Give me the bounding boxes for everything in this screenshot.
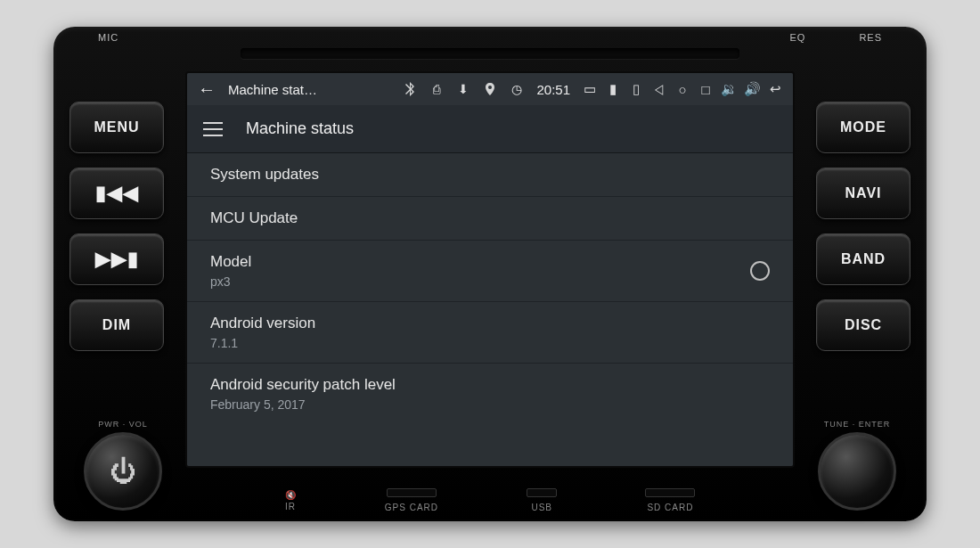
- navi-button[interactable]: NAVI: [816, 168, 911, 219]
- volume-down-icon[interactable]: 🔉: [722, 81, 736, 97]
- band-button[interactable]: BAND: [816, 233, 911, 285]
- right-button-column: MODE NAVI BAND DISC: [816, 102, 911, 351]
- setting-label: MCU Update: [210, 209, 298, 227]
- prev-track-button[interactable]: ▮◀◀: [69, 168, 164, 219]
- sd-card-slot[interactable]: SD CARD: [645, 488, 695, 512]
- setting-value: 7.1.1: [210, 336, 315, 350]
- tune-enter-label: TUNE · ENTER: [824, 420, 891, 429]
- location-icon: [483, 83, 497, 95]
- res-label: RES: [859, 32, 882, 43]
- bluetooth-icon: [403, 82, 417, 96]
- setting-system-updates[interactable]: System updates: [187, 153, 793, 197]
- power-volume-area: PWR · VOL ⏻: [61, 404, 185, 511]
- android-screen: ← Machine stat… ⎙ ⬇ ◷ 20:51 ▭ ▮ ▯ ◁ ○ □ …: [185, 71, 795, 468]
- setting-label: System updates: [210, 166, 319, 184]
- next-icon: ▶▶▮: [95, 248, 139, 271]
- setting-android-version[interactable]: Android version 7.1.1: [187, 302, 793, 364]
- setting-model[interactable]: Model px3: [187, 241, 793, 302]
- setting-value: February 5, 2017: [210, 397, 396, 412]
- app-header: Machine status: [187, 105, 793, 153]
- setting-mcu-update[interactable]: MCU Update: [187, 197, 793, 241]
- nav-back-icon[interactable]: ◁: [654, 81, 666, 97]
- battery-icon: ▯: [629, 81, 643, 97]
- nav-recents-icon[interactable]: □: [698, 82, 713, 97]
- setting-label: Model: [210, 253, 251, 271]
- status-bar-time: 20:51: [536, 82, 570, 97]
- top-labels: MIC EQ RES: [98, 32, 882, 43]
- mode-button[interactable]: MODE: [816, 102, 911, 153]
- screenshot-icon[interactable]: ▭: [583, 81, 597, 97]
- power-volume-knob[interactable]: ⏻: [84, 432, 162, 511]
- android-status-bar: ← Machine stat… ⎙ ⬇ ◷ 20:51 ▭ ▮ ▯ ◁ ○ □ …: [187, 73, 793, 105]
- left-button-column: MENU ▮◀◀ ▶▶▮ DIM: [69, 102, 164, 351]
- radio-indicator[interactable]: [750, 261, 770, 281]
- settings-list[interactable]: System updates MCU Update Model px3 Andr…: [187, 153, 793, 466]
- tune-enter-knob[interactable]: [818, 432, 896, 511]
- download-icon: ⬇: [456, 82, 470, 96]
- menu-button[interactable]: MENU: [69, 102, 164, 153]
- gps-card-slot[interactable]: GPS CARD: [385, 488, 438, 512]
- status-bar-title: Machine stat…: [228, 82, 317, 97]
- nav-home-icon[interactable]: ○: [675, 82, 690, 97]
- next-track-button[interactable]: ▶▶▮: [69, 233, 164, 285]
- mute-icon: 🔇: [285, 490, 297, 500]
- usb-port[interactable]: USB: [527, 488, 557, 512]
- clock-icon: ◷: [510, 82, 524, 96]
- bottom-ports: 🔇 IR GPS CARD USB SD CARD: [241, 488, 739, 512]
- prev-icon: ▮◀◀: [95, 182, 139, 205]
- eq-label: EQ: [789, 32, 805, 43]
- disc-button[interactable]: DISC: [816, 299, 911, 351]
- usb-indicator-icon: ⎙: [429, 82, 444, 96]
- dvd-slot[interactable]: [241, 48, 739, 59]
- setting-security-patch[interactable]: Android security patch level February 5,…: [187, 364, 793, 424]
- app-header-title: Machine status: [246, 119, 354, 138]
- back-arrow-icon[interactable]: ←: [198, 79, 216, 100]
- ir-port: 🔇 IR: [285, 490, 297, 511]
- dim-button[interactable]: DIM: [69, 299, 164, 351]
- setting-label: Android security patch level: [210, 376, 396, 394]
- volume-up-icon[interactable]: 🔊: [745, 81, 759, 97]
- setting-label: Android version: [210, 315, 315, 332]
- signal-icon: ▮: [606, 81, 620, 97]
- mic-label: MIC: [98, 32, 118, 43]
- tune-enter-area: TUNE · ENTER: [795, 404, 919, 511]
- setting-value: px3: [210, 274, 251, 289]
- return-icon[interactable]: ↩: [768, 81, 782, 97]
- head-unit: MIC EQ RES MENU ▮◀◀ ▶▶▮ DIM MODE NAVI BA…: [53, 27, 927, 521]
- menu-icon[interactable]: [203, 122, 223, 136]
- power-volume-label: PWR · VOL: [98, 420, 148, 429]
- power-icon: ⏻: [110, 456, 136, 487]
